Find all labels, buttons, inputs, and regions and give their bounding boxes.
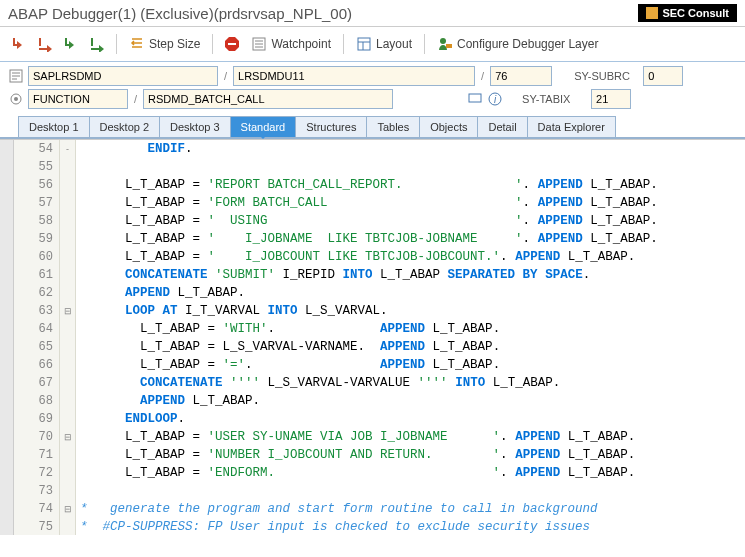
code-line[interactable] — [76, 158, 745, 176]
code-line[interactable]: * generate the program and start form ro… — [76, 500, 745, 518]
code-line[interactable]: L_T_ABAP = 'FORM BATCH_CALL '. APPEND L_… — [76, 194, 745, 212]
line-number[interactable]: 55 — [14, 158, 59, 176]
window-title: ABAP Debugger(1) (Exclusive)(prdsrvsap_N… — [8, 5, 352, 22]
subrc-label: SY-SUBRC — [574, 70, 639, 82]
line-number[interactable]: 66 — [14, 356, 59, 374]
fold-marker — [60, 284, 75, 302]
line-number[interactable]: 58 — [14, 212, 59, 230]
fold-marker[interactable]: ⊟ — [60, 302, 75, 320]
line-number[interactable]: 65 — [14, 338, 59, 356]
scroll-gutter[interactable] — [0, 140, 14, 535]
tab-detail[interactable]: Detail — [477, 116, 527, 137]
line-number[interactable]: 75 — [14, 518, 59, 535]
tab-structures[interactable]: Structures — [295, 116, 367, 137]
code-line[interactable]: L_T_ABAP = ' I_JOBCOUNT LIKE TBTCJOB-JOB… — [76, 248, 745, 266]
program-field[interactable] — [28, 66, 218, 86]
step-out-icon[interactable] — [60, 33, 82, 55]
fold-marker — [60, 374, 75, 392]
fold-marker[interactable]: ⊟ — [60, 500, 75, 518]
line-number[interactable]: 73 — [14, 482, 59, 500]
code-line[interactable]: L_T_ABAP = ' I_JOBNAME LIKE TBTCJOB-JOBN… — [76, 230, 745, 248]
line-number[interactable]: 59 — [14, 230, 59, 248]
type-field[interactable] — [28, 89, 128, 109]
code-line[interactable]: L_T_ABAP = ' USING '. APPEND L_T_ABAP. — [76, 212, 745, 230]
fold-marker[interactable]: ⊟ — [60, 428, 75, 446]
code-line[interactable]: L_T_ABAP = 'WITH'. APPEND L_T_ABAP. — [76, 320, 745, 338]
include-field[interactable] — [233, 66, 475, 86]
program-icon[interactable] — [8, 68, 24, 84]
code-line[interactable]: L_T_ABAP = 'REPORT BATCH_CALL_REPORT. '.… — [76, 176, 745, 194]
code-line[interactable]: APPEND L_T_ABAP. — [76, 392, 745, 410]
info-icon[interactable]: i — [487, 91, 503, 107]
line-number[interactable]: 54 — [14, 140, 59, 158]
step-size-button[interactable]: Step Size — [125, 36, 204, 52]
tab-data-explorer[interactable]: Data Explorer — [527, 116, 616, 137]
configure-layer-button[interactable]: Configure Debugger Layer — [433, 36, 602, 52]
line-number[interactable]: 72 — [14, 464, 59, 482]
settings-icon[interactable] — [8, 91, 24, 107]
line-number[interactable]: 69 — [14, 410, 59, 428]
code-line[interactable]: L_T_ABAP = L_S_VARVAL-VARNAME. APPEND L_… — [76, 338, 745, 356]
fold-marker — [60, 230, 75, 248]
watchpoint-button[interactable]: Watchpoint — [247, 36, 335, 52]
svg-rect-1 — [228, 43, 236, 45]
titlebar: ABAP Debugger(1) (Exclusive)(prdsrvsap_N… — [0, 0, 745, 27]
fold-marker — [60, 464, 75, 482]
code-line[interactable] — [76, 482, 745, 500]
code-line[interactable]: LOOP AT I_T_VARVAL INTO L_S_VARVAL. — [76, 302, 745, 320]
fold-marker — [60, 158, 75, 176]
code-line[interactable]: APPEND L_T_ABAP. — [76, 284, 745, 302]
fold-marker — [60, 212, 75, 230]
tab-desktop-1[interactable]: Desktop 1 — [18, 116, 90, 137]
layout-button[interactable]: Layout — [352, 36, 416, 52]
tabix-label: SY-TABIX — [522, 93, 587, 105]
line-number[interactable]: 71 — [14, 446, 59, 464]
line-number[interactable]: 60 — [14, 248, 59, 266]
code-line[interactable]: CONCATENATE '''' L_S_VARVAL-VARVALUE '''… — [76, 374, 745, 392]
line-number[interactable]: 70 — [14, 428, 59, 446]
tab-tables[interactable]: Tables — [366, 116, 420, 137]
fold-marker — [60, 356, 75, 374]
code-content[interactable]: ENDIF. L_T_ABAP = 'REPORT BATCH_CALL_REP… — [76, 140, 745, 535]
continue-icon[interactable] — [86, 33, 108, 55]
fold-column: -⊟⊟⊟ — [60, 140, 76, 535]
code-line[interactable]: * #CP-SUPPRESS: FP User input is checked… — [76, 518, 745, 535]
screen-icon[interactable] — [467, 91, 483, 107]
code-line[interactable]: L_T_ABAP = '='. APPEND L_T_ABAP. — [76, 356, 745, 374]
line-number[interactable]: 57 — [14, 194, 59, 212]
tab-desktop-2[interactable]: Desktop 2 — [89, 116, 161, 137]
tabix-field[interactable] — [591, 89, 631, 109]
svg-point-8 — [14, 97, 18, 101]
logo-icon — [646, 7, 658, 19]
code-line[interactable]: L_T_ABAP = 'ENDFORM. '. APPEND L_T_ABAP. — [76, 464, 745, 482]
code-line[interactable]: L_T_ABAP = 'NUMBER I_JOBCOUNT AND RETURN… — [76, 446, 745, 464]
svg-rect-5 — [446, 44, 452, 48]
line-field[interactable] — [490, 66, 552, 86]
fold-marker[interactable]: - — [60, 140, 75, 158]
step-into-icon[interactable] — [8, 33, 30, 55]
line-number[interactable]: 64 — [14, 320, 59, 338]
svg-point-4 — [440, 38, 446, 44]
code-line[interactable]: L_T_ABAP = 'USER SY-UNAME VIA JOB I_JOBN… — [76, 428, 745, 446]
step-over-icon[interactable] — [34, 33, 56, 55]
fold-marker — [60, 338, 75, 356]
code-line[interactable]: ENDIF. — [76, 140, 745, 158]
line-number[interactable]: 56 — [14, 176, 59, 194]
tab-objects[interactable]: Objects — [419, 116, 478, 137]
name-field[interactable] — [143, 89, 393, 109]
stop-icon[interactable] — [221, 33, 243, 55]
code-line[interactable]: ENDLOOP. — [76, 410, 745, 428]
tab-standard[interactable]: Standard — [230, 116, 297, 137]
fold-marker — [60, 518, 75, 535]
line-number[interactable]: 68 — [14, 392, 59, 410]
line-number[interactable]: 63 — [14, 302, 59, 320]
code-line[interactable]: CONCATENATE 'SUBMIT' I_REPID INTO L_T_AB… — [76, 266, 745, 284]
tab-desktop-3[interactable]: Desktop 3 — [159, 116, 231, 137]
line-number[interactable]: 61 — [14, 266, 59, 284]
line-number[interactable]: 62 — [14, 284, 59, 302]
line-number[interactable]: 74 — [14, 500, 59, 518]
fold-marker — [60, 194, 75, 212]
subrc-field[interactable] — [643, 66, 683, 86]
line-number[interactable]: 67 — [14, 374, 59, 392]
svg-rect-9 — [469, 94, 481, 102]
